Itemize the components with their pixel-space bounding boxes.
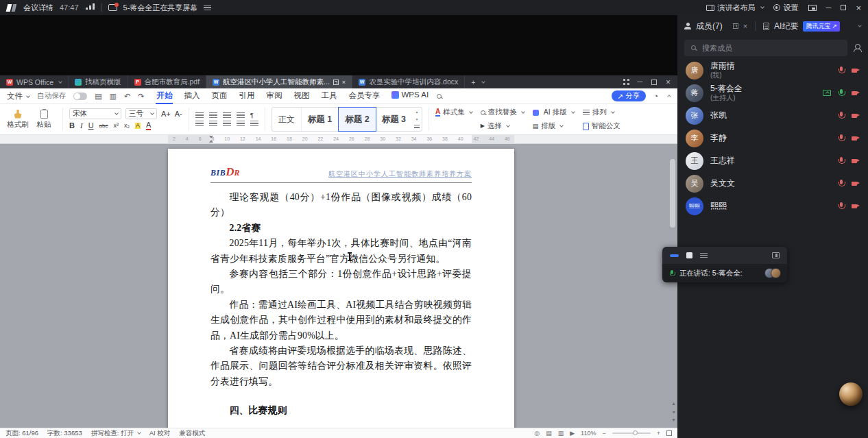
ai-notes-badge[interactable]: 腾讯元宝 ↗ (803, 21, 840, 32)
ribbon-tab-insert[interactable]: 插入 (183, 88, 200, 104)
camera-off-icon[interactable] (852, 157, 860, 165)
subscript-button[interactable]: x₂ (124, 123, 130, 129)
tab-active-doc[interactable]: 航空港区中小学人工智能教师素... × (206, 75, 352, 88)
styles-more-icon[interactable] (414, 125, 420, 129)
zoom-in-icon[interactable]: + (657, 430, 660, 437)
italic-button[interactable]: I (80, 122, 83, 130)
decrease-font-button[interactable]: A- (175, 110, 182, 118)
tab-popout-icon[interactable] (333, 80, 339, 85)
bold-button[interactable]: B (69, 122, 75, 130)
strikethrough-button[interactable]: abc (99, 123, 108, 129)
panel-close-icon[interactable]: × (743, 23, 747, 30)
left-indent-marker[interactable] (209, 140, 213, 143)
ai-notes-tab[interactable]: AI纪要 (774, 21, 798, 32)
style-normal[interactable]: 正文 (272, 108, 302, 131)
wps-close-button[interactable]: × (666, 78, 671, 86)
sharing-options-icon[interactable] (204, 5, 211, 10)
history-icon[interactable]: ◔ (653, 93, 658, 100)
bullet-list-icon[interactable] (195, 112, 204, 119)
superscript-button[interactable]: x² (113, 123, 119, 129)
autosave-toggle[interactable] (73, 93, 87, 100)
font-name-select[interactable]: 宋体 (69, 108, 121, 119)
close-button[interactable]: × (856, 3, 861, 12)
tab-docx-doc[interactable]: 农垦实验中学培训内容.docx (352, 75, 465, 88)
ribbon-tab-member[interactable]: 会员专享 (348, 88, 381, 104)
apps-grid-icon[interactable] (623, 79, 625, 81)
ribbon-tab-reference[interactable]: 引用 (238, 88, 255, 104)
smart-doc-button[interactable]: 智能公文 (583, 121, 620, 131)
fullscreen-icon[interactable] (666, 430, 672, 436)
read-mode-icon[interactable]: ▶ (570, 430, 575, 437)
justify-icon[interactable] (237, 121, 245, 127)
eye-protect-icon[interactable]: ◎ (534, 430, 540, 437)
mic-muted-icon[interactable] (838, 134, 845, 143)
members-tab[interactable]: 成员(7) (696, 21, 723, 32)
camera-off-icon[interactable] (852, 134, 860, 143)
member-search-input[interactable] (684, 40, 847, 56)
ai-proofread-button[interactable]: AI 校对 (149, 429, 171, 438)
layout-button[interactable]: ▤ 排版 (533, 121, 575, 131)
ribbon-search-icon[interactable] (437, 94, 442, 99)
wps-minimize-button[interactable]: ─ (637, 78, 642, 86)
font-color-button[interactable]: A (146, 121, 151, 130)
minimize-button[interactable]: ─ (826, 4, 832, 12)
mic-muted-icon[interactable] (838, 180, 845, 188)
stop-share-icon[interactable] (686, 252, 692, 258)
camera-off-icon[interactable] (852, 112, 860, 120)
tab-template-doc[interactable]: 找稿页横版 (69, 75, 128, 88)
camera-off-icon[interactable] (852, 89, 860, 97)
style-heading3[interactable]: 标题 3 (376, 108, 412, 131)
styles-gallery-scroll[interactable]: ▲ ▼ (412, 108, 422, 131)
tab-wps-home[interactable]: WPS Office (0, 75, 69, 88)
file-menu[interactable]: 文件 (7, 91, 29, 101)
find-replace-button[interactable]: 查找替换 (481, 108, 525, 117)
font-size-select[interactable]: 三号 (125, 108, 157, 119)
arrange-button[interactable]: 排列 (583, 108, 620, 117)
collapse-panel-icon[interactable] (670, 254, 679, 257)
member-row[interactable]: 蒋 5-蒋会全 (主持人) (677, 82, 868, 104)
mini-window-icon[interactable] (808, 5, 817, 11)
line-spacing-icon[interactable] (250, 121, 258, 127)
mic-muted-icon[interactable] (838, 202, 845, 210)
align-left-icon[interactable] (195, 121, 204, 127)
mic-muted-icon[interactable] (838, 112, 845, 120)
browse-object-icon[interactable]: ● (672, 409, 675, 414)
member-row[interactable]: 李 李静 (677, 127, 868, 149)
spellcheck-status[interactable]: 拼写检查: 打开 (91, 429, 141, 438)
print-icon[interactable]: ▥ (110, 93, 117, 100)
mic-muted-icon[interactable] (838, 157, 845, 165)
settings-button[interactable]: 设置 (773, 3, 799, 13)
undo-icon[interactable]: ↶ (124, 93, 130, 100)
vertical-scrollbar-thumb[interactable] (670, 159, 675, 228)
previous-page-icon[interactable]: ▲ (671, 401, 676, 406)
style-heading1[interactable]: 标题 1 (302, 108, 339, 131)
ribbon-tab-tools[interactable]: 工具 (320, 88, 337, 104)
document-canvas[interactable]: BIBDR 航空港区中小学人工智能教师素养培养方案 理论客观题（40分）+1份作… (0, 144, 677, 428)
page-indicator[interactable]: 页面: 61/96 (5, 429, 38, 438)
style-set-button[interactable]: A 样式集 (435, 108, 472, 117)
select-button[interactable]: ▶ 选择 (481, 121, 525, 131)
word-count[interactable]: 字数: 33653 (47, 429, 82, 438)
share-menu-icon[interactable] (700, 253, 708, 258)
increase-indent-icon[interactable] (237, 112, 245, 119)
paragraph-mark-icon[interactable]: ¶ (250, 112, 254, 119)
member-row[interactable]: 张 张凯 (677, 104, 868, 127)
panel-collapse-icon[interactable] (858, 23, 862, 27)
camera-off-icon[interactable] (852, 202, 860, 210)
camera-off-icon[interactable] (852, 180, 860, 188)
scroll-down-icon[interactable]: ▼ (415, 117, 419, 121)
ribbon-tab-home[interactable]: 开始 (156, 88, 173, 104)
new-tab-button[interactable]: + (465, 75, 491, 88)
underline-button[interactable]: U (88, 122, 94, 130)
meeting-details-button[interactable]: 会议详情 (23, 3, 53, 13)
member-row[interactable]: 熙熙 熙熙 (677, 195, 868, 217)
wps-restore-button[interactable] (651, 80, 657, 85)
zoom-out-icon[interactable]: − (602, 430, 605, 437)
panel-popout-icon[interactable] (733, 23, 738, 29)
ribbon-tab-page[interactable]: 页面 (210, 88, 228, 104)
mic-on-icon[interactable] (838, 89, 845, 97)
next-page-icon[interactable]: ▼ (671, 417, 676, 422)
scroll-up-icon[interactable]: ▲ (415, 110, 419, 114)
document-page[interactable]: BIBDR 航空港区中小学人工智能教师素养培养方案 理论客观题（40分）+1份作… (168, 149, 514, 428)
tab-pdf-doc[interactable]: 合肥市教育局.pdf (128, 75, 207, 88)
